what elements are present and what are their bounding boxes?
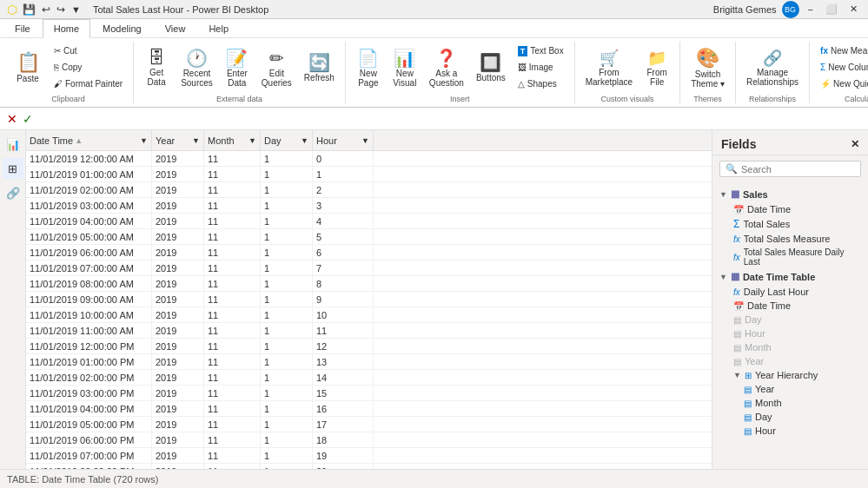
table-row[interactable]: 11/01/2019 12:00:00 AM20191110: [26, 151, 712, 167]
insert-small-group: T Text Box 🖼 Image △ Shapes: [513, 43, 569, 92]
tree-item-month[interactable]: ▤ Month: [712, 340, 868, 354]
manage-relationships-button[interactable]: 🔗 ManageRelationships: [741, 43, 804, 92]
table-row[interactable]: 11/01/2019 03:00:00 AM20191113: [26, 198, 712, 214]
table-row[interactable]: 11/01/2019 10:00:00 AM201911110: [26, 307, 712, 323]
tree-item-h-year[interactable]: ▤ Year: [712, 382, 868, 396]
image-button[interactable]: 🖼 Image: [513, 60, 569, 76]
tree-item-h-month[interactable]: ▤ Month: [712, 396, 868, 410]
tab-help[interactable]: Help: [197, 18, 240, 37]
data-view-icon[interactable]: ⊞: [3, 158, 23, 179]
tab-home[interactable]: Home: [43, 19, 90, 38]
table-cell: 11: [204, 276, 261, 291]
calendar-icon-2: 📅: [733, 301, 744, 311]
table-row[interactable]: 11/01/2019 11:00:00 AM201911111: [26, 323, 712, 339]
tree-item-date-time-2[interactable]: 📅 Date Time: [712, 299, 868, 313]
col-year-filter-icon[interactable]: ▼: [192, 136, 200, 145]
ask-question-button[interactable]: ❓ Ask aQuestion: [424, 43, 469, 92]
table-row[interactable]: 11/01/2019 09:00:00 AM20191119: [26, 292, 712, 307]
tree-section-datetime-table[interactable]: ▼ ▦ Date Time Table: [712, 268, 868, 285]
tab-file[interactable]: File: [3, 18, 42, 37]
text-box-button[interactable]: T Text Box: [513, 43, 569, 59]
table-row[interactable]: 11/01/2019 08:00:00 PM201911120: [26, 464, 712, 469]
formula-confirm[interactable]: ✓: [23, 112, 33, 126]
tree-item-year-hierarchy[interactable]: ▼ ⊞ Year Hierarchy: [712, 368, 868, 382]
col-date-filter-icon[interactable]: ▼: [140, 136, 148, 145]
paste-button[interactable]: 📋 Paste: [9, 43, 47, 92]
tree-item-h-hour[interactable]: ▤ Hour: [712, 424, 868, 438]
tree-item-year[interactable]: ▤ Year: [712, 354, 868, 368]
table-row[interactable]: 11/01/2019 04:00:00 PM201911116: [26, 401, 712, 417]
relationships-label: Relationships: [749, 95, 796, 103]
from-file-button[interactable]: 📁 FromFile: [639, 43, 674, 92]
from-marketplace-button[interactable]: 🛒 FromMarketplace: [580, 43, 638, 92]
table-row[interactable]: 11/01/2019 05:00:00 PM201911117: [26, 417, 712, 432]
undo-btn[interactable]: ↩: [40, 3, 52, 16]
table-row[interactable]: 11/01/2019 06:00:00 AM20191116: [26, 245, 712, 260]
table-row[interactable]: 11/01/2019 03:00:00 PM201911115: [26, 386, 712, 401]
maximize-btn[interactable]: ⬜: [822, 3, 841, 15]
tab-view[interactable]: View: [154, 18, 197, 37]
col-month-filter-icon[interactable]: ▼: [248, 136, 256, 145]
col-day-filter-icon[interactable]: ▼: [301, 136, 308, 145]
get-data-button[interactable]: 🗄 GetData: [139, 43, 174, 92]
copy-button[interactable]: ⎘ Copy: [49, 60, 128, 76]
close-btn[interactable]: ✕: [846, 3, 861, 15]
avatar[interactable]: BG: [782, 1, 799, 18]
table-row[interactable]: 11/01/2019 07:00:00 PM201911119: [26, 448, 712, 464]
table-row[interactable]: 11/01/2019 12:00:00 PM201911112: [26, 339, 712, 354]
fields-search-box[interactable]: 🔍: [719, 161, 861, 177]
model-view-icon[interactable]: 🔗: [3, 182, 23, 203]
table-row[interactable]: 11/01/2019 08:00:00 AM20191118: [26, 276, 712, 292]
new-visual-button[interactable]: 📊 NewVisual: [388, 43, 422, 92]
tree-item-date-time[interactable]: 📅 Date Time: [712, 202, 868, 216]
tree-item-daily-last-hour[interactable]: fx Daily Last Hour: [712, 285, 868, 299]
formula-input[interactable]: [38, 114, 861, 124]
redo-btn[interactable]: ↪: [55, 3, 67, 16]
formula-cancel[interactable]: ✕: [7, 112, 17, 126]
new-page-button[interactable]: 📄 NewPage: [351, 43, 386, 92]
col-hour-filter-icon[interactable]: ▼: [361, 136, 369, 145]
enter-data-button[interactable]: 📝 EnterData: [220, 43, 255, 92]
new-column-button[interactable]: Σ New Column: [815, 60, 868, 76]
table-row[interactable]: 11/01/2019 05:00:00 AM20191115: [26, 229, 712, 245]
table-cell: 11/01/2019 04:00:00 PM: [26, 401, 152, 416]
table-cell: 2019: [152, 151, 204, 166]
table-row[interactable]: 11/01/2019 01:00:00 PM201911113: [26, 354, 712, 370]
table-row[interactable]: 11/01/2019 07:00:00 AM20191117: [26, 260, 712, 276]
recent-sources-button[interactable]: 🕐 RecentSources: [176, 43, 218, 92]
format-painter-button[interactable]: 🖌 Format Painter: [49, 76, 128, 92]
tab-modeling[interactable]: Modeling: [91, 18, 153, 37]
shapes-button[interactable]: △ Shapes: [513, 76, 569, 92]
field-icon-year: ▤: [733, 357, 741, 366]
new-quick-measure-button[interactable]: ⚡ New Quick Measure: [815, 76, 868, 92]
col-header-year[interactable]: Year ▼: [152, 130, 204, 150]
col-header-month[interactable]: Month ▼: [204, 130, 261, 150]
buttons-button[interactable]: 🔲 Buttons: [471, 43, 511, 92]
table-row[interactable]: 11/01/2019 04:00:00 AM20191114: [26, 214, 712, 229]
table-row[interactable]: 11/01/2019 02:00:00 PM201911114: [26, 370, 712, 386]
col-header-day[interactable]: Day ▼: [261, 130, 313, 150]
tree-item-total-sales[interactable]: Σ Total Sales: [712, 216, 868, 232]
save-btn[interactable]: 💾: [21, 3, 37, 16]
table-row[interactable]: 11/01/2019 06:00:00 PM201911118: [26, 432, 712, 448]
tree-item-h-day[interactable]: ▤ Day: [712, 410, 868, 424]
refresh-button[interactable]: 🔄 Refresh: [299, 43, 340, 92]
switch-theme-button[interactable]: 🎨 SwitchTheme ▾: [686, 43, 730, 92]
report-view-icon[interactable]: 📊: [3, 134, 23, 155]
tree-section-sales[interactable]: ▼ ▦ Sales: [712, 186, 868, 202]
tree-item-total-sales-measure-daily[interactable]: fx Total Sales Measure Daily Last: [712, 246, 868, 268]
tree-item-hour[interactable]: ▤ Hour: [712, 326, 868, 340]
fields-search-input[interactable]: [741, 164, 855, 175]
fields-close-icon[interactable]: ✕: [851, 138, 859, 150]
table-row[interactable]: 11/01/2019 02:00:00 AM20191112: [26, 182, 712, 198]
tree-item-day[interactable]: ▤ Day: [712, 313, 868, 326]
minimize-btn[interactable]: −: [805, 4, 817, 15]
cut-button[interactable]: ✂ Cut: [49, 43, 128, 59]
table-row[interactable]: 11/01/2019 01:00:00 AM20191111: [26, 167, 712, 182]
thumbnail-btn[interactable]: ▼: [70, 4, 83, 15]
new-measure-button[interactable]: fx New Measure: [815, 43, 868, 59]
col-header-hour[interactable]: Hour ▼: [313, 130, 374, 150]
edit-queries-button[interactable]: ✏ EditQueries: [256, 43, 297, 92]
col-header-date-time[interactable]: Date Time ▲ ▼: [26, 130, 152, 150]
tree-item-total-sales-measure[interactable]: fx Total Sales Measure: [712, 232, 868, 246]
